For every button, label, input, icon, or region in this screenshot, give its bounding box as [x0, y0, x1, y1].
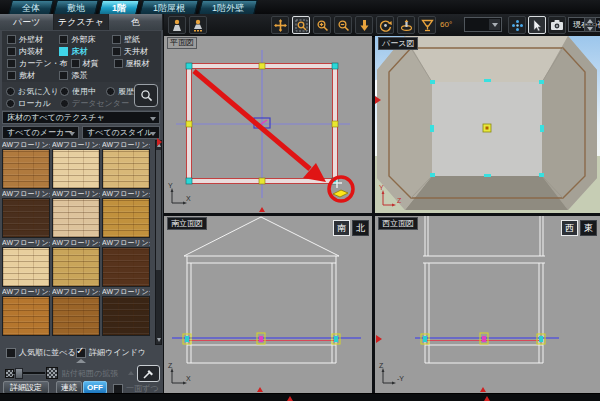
tab-whole[interactable]: 全体 [8, 0, 54, 15]
tab-color[interactable]: 色 [109, 14, 163, 30]
south-elevation-viewport[interactable]: 南立面図 南 北 Z X [164, 216, 372, 393]
eyedropper-button[interactable] [137, 365, 160, 382]
texture-item[interactable]: AWフローリング... [102, 189, 150, 238]
orbit-button[interactable] [376, 16, 394, 34]
thumbnail-scrollbar[interactable] [155, 140, 162, 345]
texture-item[interactable]: AWフローリング... [52, 238, 100, 287]
tab-site[interactable]: 敷地 [53, 0, 99, 15]
edge-marker [376, 335, 382, 343]
texture-item[interactable]: AWフローリング... [52, 140, 100, 189]
tab-texture[interactable]: テクスチャ [54, 14, 108, 30]
figure-scale-view-button[interactable] [189, 16, 207, 34]
texture-swatch[interactable] [2, 247, 50, 287]
texture-swatch[interactable] [2, 296, 50, 336]
north-direction-button[interactable]: 北 [352, 220, 369, 236]
texture-item[interactable]: AWフローリング... [2, 287, 50, 336]
figure-view-button[interactable] [168, 16, 186, 34]
edge-marker [480, 387, 486, 392]
category-rug[interactable]: 敷材 [2, 70, 54, 81]
filter-local[interactable]: ローカル [6, 98, 51, 109]
screenshot-button[interactable] [548, 16, 566, 34]
detail-window-checkbox[interactable]: ✓詳細ウインドウ [76, 347, 146, 358]
style-dropdown[interactable]: すべてのスタイル [82, 126, 160, 139]
texture-item[interactable]: AWフローリング... [102, 140, 150, 189]
checkbox-icon [112, 47, 121, 56]
zoom-window-button[interactable] [292, 16, 310, 34]
zoom-window-icon [295, 19, 308, 32]
category-accessory[interactable]: 添景 [54, 70, 106, 81]
filter-favorites[interactable]: お気に入り [6, 86, 59, 97]
texture-item[interactable]: AWフローリング... [2, 189, 50, 238]
panel-tab-bar: パーツ テクスチャ 色 [0, 14, 163, 30]
texture-item[interactable]: AWフローリング... [102, 238, 150, 287]
texture-swatch[interactable] [52, 198, 100, 238]
walkthrough-button[interactable] [508, 16, 526, 34]
zoom-in-icon [316, 19, 329, 32]
checkbox-icon [59, 71, 68, 80]
tab-1f-roof[interactable]: 1階屋根 [139, 0, 199, 15]
scroll-down-arrow-icon[interactable] [156, 336, 161, 344]
category-exterior-wall[interactable]: 外壁材 [2, 34, 54, 45]
category-ceiling[interactable]: 天井材 [107, 46, 159, 57]
filter-history[interactable]: 履歴 [106, 86, 134, 97]
sort-by-popularity-checkbox[interactable]: 人気順に並べる [6, 347, 76, 358]
texture-swatch[interactable] [102, 149, 150, 189]
viewpoint-next-button[interactable] [584, 17, 596, 24]
texture-swatch[interactable] [2, 198, 50, 238]
checkbox-icon [114, 59, 123, 68]
pan-button[interactable] [271, 16, 289, 34]
cursor-arrow-icon [531, 19, 543, 32]
turntable-button[interactable] [397, 16, 415, 34]
fov-button[interactable] [418, 16, 436, 34]
search-button[interactable] [134, 84, 158, 107]
maker-dropdown[interactable]: すべてのメーカー [2, 126, 79, 139]
category-material[interactable]: 材質 [66, 58, 109, 69]
select-cursor-button[interactable] [528, 16, 546, 34]
checkbox-icon [112, 35, 121, 44]
paste-range-label: 貼付範囲の拡張 [62, 368, 118, 379]
tab-1f-outer-wall[interactable]: 1階外壁 [198, 0, 258, 15]
west-direction-button[interactable]: 西 [561, 220, 578, 236]
texture-swatch[interactable] [52, 149, 100, 189]
direction-toggle: 西 東 [561, 220, 597, 236]
scrollbar-thumb[interactable] [156, 150, 161, 270]
category-curtain[interactable]: カーテン・布 [2, 58, 66, 69]
zoom-fit-button[interactable] [355, 16, 373, 34]
texture-item[interactable]: AWフローリング... [2, 140, 50, 189]
category-roof[interactable]: 屋根材 [109, 58, 161, 69]
tab-parts[interactable]: パーツ [0, 14, 54, 30]
center-marker [484, 396, 490, 401]
view-preset-dropdown[interactable] [464, 17, 502, 32]
west-elevation-viewport[interactable]: 西立面図 西 東 Z -Y [375, 216, 600, 393]
south-direction-button[interactable]: 南 [333, 220, 350, 236]
texture-swatch[interactable] [52, 247, 100, 287]
texture-item[interactable]: AWフローリング... [52, 189, 100, 238]
category-exterior-floor[interactable]: 外部床 [54, 34, 106, 45]
room-model[interactable] [377, 36, 597, 210]
texture-swatch[interactable] [52, 296, 100, 336]
texture-swatch[interactable] [102, 198, 150, 238]
viewpoint-prev-button[interactable] [584, 25, 596, 32]
category-interior-material[interactable]: 内装材 [2, 46, 54, 57]
east-direction-button[interactable]: 東 [580, 220, 597, 236]
texture-swatch[interactable] [102, 247, 150, 287]
texture-scope-dropdown[interactable]: 床材のすべてのテクスチャ [2, 111, 160, 124]
chevron-down-icon [150, 117, 156, 121]
perspective-viewport[interactable]: パース図 Y Z [375, 36, 600, 213]
texture-item[interactable]: AWフローリング... [102, 287, 150, 336]
tab-1f[interactable]: 1階 [98, 0, 140, 15]
slider-handle[interactable] [15, 368, 23, 379]
zoom-out-button[interactable] [334, 16, 352, 34]
collapse-panel-arrow[interactable] [76, 359, 86, 363]
viewport-toolbar: 60° [164, 14, 600, 37]
texture-item[interactable]: AWフローリング... [2, 238, 50, 287]
category-wallpaper[interactable]: 壁紙 [107, 34, 159, 45]
category-floor-material[interactable]: 床材 [54, 46, 106, 57]
filter-bar: お気に入り 使用中 履歴 ローカル データセンター [2, 82, 161, 110]
texture-swatch[interactable] [102, 296, 150, 336]
filter-in-use[interactable]: 使用中 [60, 86, 96, 97]
texture-item[interactable]: AWフローリング... [52, 287, 100, 336]
texture-swatch[interactable] [2, 149, 50, 189]
plan-viewport[interactable]: 平面図 Y X [164, 36, 372, 213]
zoom-in-button[interactable] [313, 16, 331, 34]
